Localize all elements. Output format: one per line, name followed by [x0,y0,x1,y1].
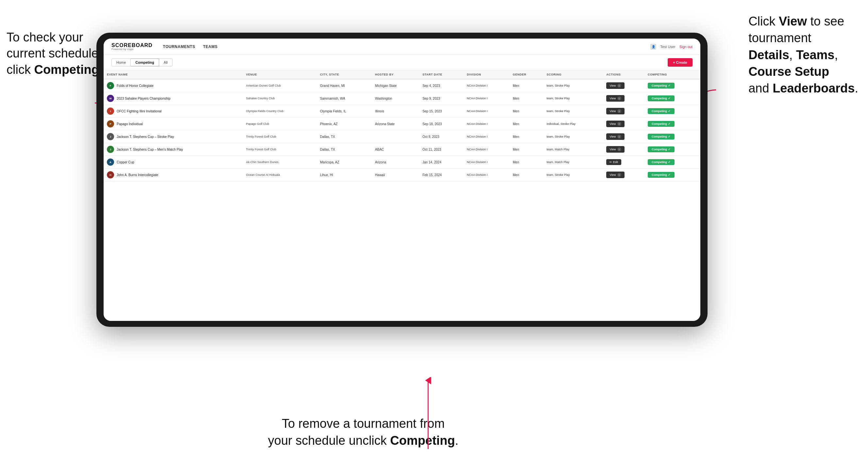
gender-cell: Men [509,118,544,130]
edit-button[interactable]: ✏ Edit [606,159,621,165]
view-button[interactable]: View i [606,82,624,89]
event-name-text: John A. Burns Intercollegiate [117,173,158,177]
col-event-name: EVENT NAME [103,70,243,79]
event-name-cell: J Jackson T. Stephens Cup – Stroke Play [103,130,243,143]
col-start-date: START DATE [419,70,464,79]
event-name-cell: W 2023 Sahalee Players Championship [103,92,243,105]
actions-cell: View i [603,105,645,118]
nav-teams[interactable]: TEAMS [203,43,218,50]
competing-cell: Competing ✓ [645,105,700,118]
nav-tournaments[interactable]: TOURNAMENTS [163,43,195,50]
navbar-right: 👤 Test User Sign out [650,44,692,50]
col-division: DIVISION [463,70,509,79]
competing-cell: Competing ✓ [645,130,700,143]
tab-all[interactable]: All [159,59,173,66]
scoring-cell: team, Stroke Play [544,168,603,181]
city-state-cell: Dallas, TX [317,130,372,143]
navbar: SCOREBOARD Powered by clippi TOURNAMENTS… [103,38,700,55]
table-row: A Copper Cup Ak-Chin Southern DunesMaric… [103,156,700,168]
division-cell: NCAA Division I [463,92,509,105]
filter-tabs: Home Competing All [112,59,173,66]
view-button[interactable]: View i [606,108,624,114]
team-logo: I [107,107,114,115]
annot-course-setup: Course Setup [748,65,829,79]
city-state-cell: Grand Haven, MI [317,79,372,92]
tab-home[interactable]: Home [112,59,131,66]
info-icon: i [617,173,621,177]
annotation-top-right: Click View to see tournament Details, Te… [748,13,858,97]
event-name-cell: H John A. Burns Intercollegiate [103,168,243,181]
event-name-text: Jackson T. Stephens Cup – Men's Match Pl… [117,148,183,151]
annotation-bottom: To remove a tournament from your schedul… [268,415,459,449]
actions-cell: View i [603,168,645,181]
table-container: EVENT NAME VENUE CITY, STATE HOSTED BY S… [103,70,700,321]
event-name-cell: P Papago Individual [103,118,243,130]
user-name: Test User [660,45,675,49]
logo-powered-by: Powered by clippi [112,48,153,51]
tablet-device: SCOREBOARD Powered by clippi TOURNAMENTS… [96,33,708,327]
annotation-competing-bold: Competing [34,63,99,76]
tournaments-table: EVENT NAME VENUE CITY, STATE HOSTED BY S… [103,70,700,181]
competing-button[interactable]: Competing ✓ [648,172,675,178]
annot-bottom-competing: Competing [390,434,455,447]
annot-bottom-line2: your schedule unclick [268,434,390,447]
annot-view-bold: View [779,14,807,28]
table-header: EVENT NAME VENUE CITY, STATE HOSTED BY S… [103,70,700,79]
competing-button[interactable]: Competing ✓ [648,121,675,127]
create-button[interactable]: + Create [668,58,692,67]
actions-cell: View i [603,118,645,130]
actions-cell: View i [603,79,645,92]
annotation-line2: current schedule, [6,46,102,60]
sign-out-link[interactable]: Sign out [679,45,692,49]
city-state-cell: Sammamish, WA [317,92,372,105]
annot-leaderboards: Leaderboards [773,82,855,95]
gender-cell: Men [509,79,544,92]
team-logo: F [107,82,114,89]
competing-button[interactable]: Competing ✓ [648,134,675,139]
annot-rest1: to see [807,14,844,28]
annot-line2: tournament [748,31,811,45]
event-name-cell: J Jackson T. Stephens Cup – Men's Match … [103,143,243,156]
venue-cell: Ak-Chin Southern Dunes [243,156,317,168]
toolbar: Home Competing All + Create [103,55,700,70]
venue-cell: Olympia Fields Country Club [243,105,317,118]
competing-button[interactable]: Competing ✓ [648,147,675,152]
scoring-cell: team, Stroke Play [544,92,603,105]
view-button[interactable]: View i [606,172,624,178]
table-row: W 2023 Sahalee Players Championship Saha… [103,92,700,105]
event-name-cell: I OFCC Fighting Illini Invitational [103,105,243,118]
scoring-cell: team, Match Play [544,143,603,156]
annotation-line3: click [6,63,34,76]
venue-cell: Sahalee Country Club [243,92,317,105]
annot-intro: Click [748,14,779,28]
info-icon: i [617,109,621,113]
competing-button[interactable]: Competing ✓ [648,95,675,101]
view-button[interactable]: View i [606,121,624,127]
start-date-cell: Sep 9, 2023 [419,92,464,105]
nav-links: TOURNAMENTS TEAMS [163,43,218,50]
venue-cell: Trinity Forest Golf Club [243,143,317,156]
col-hosted-by: HOSTED BY [372,70,419,79]
competing-button[interactable]: Competing ✓ [648,108,675,114]
city-state-cell: Maricopa, AZ [317,156,372,168]
venue-cell: Trinity Forest Golf Club [243,130,317,143]
scoring-cell: team, Match Play [544,156,603,168]
start-date-cell: Sep 4, 2023 [419,79,464,92]
view-button[interactable]: View i [606,95,624,102]
venue-cell: Ocean Course At Hokuala [243,168,317,181]
scoring-cell: team, Stroke Play [544,130,603,143]
competing-button[interactable]: Competing ✓ [648,83,675,89]
tab-competing[interactable]: Competing [131,59,159,66]
navbar-left: SCOREBOARD Powered by clippi TOURNAMENTS… [112,43,218,51]
table-row: J Jackson T. Stephens Cup – Men's Match … [103,143,700,156]
actions-cell: ✏ Edit [603,156,645,168]
division-cell: NCAA Division I [463,168,509,181]
hosted-by-cell: Arizona [372,156,419,168]
event-name-text: Jackson T. Stephens Cup – Stroke Play [117,135,174,138]
actions-cell: View i [603,130,645,143]
view-button[interactable]: View i [606,146,624,153]
competing-button[interactable]: Competing ✓ [648,159,675,165]
hosted-by-cell: Washington [372,92,419,105]
hosted-by-cell: Arizona State [372,118,419,130]
view-button[interactable]: View i [606,133,624,140]
